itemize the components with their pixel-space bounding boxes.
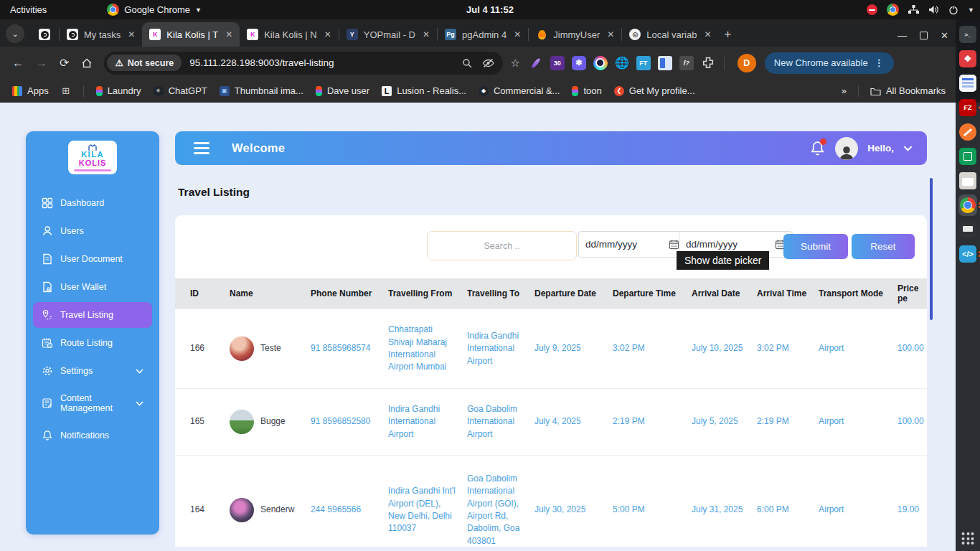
- dock-writer-icon[interactable]: [958, 74, 977, 93]
- submit-button[interactable]: Submit: [783, 234, 848, 259]
- bell-icon: [42, 430, 53, 441]
- reset-button[interactable]: Reset: [852, 234, 915, 259]
- account-chevron-icon[interactable]: [903, 146, 913, 151]
- tab-close-icon[interactable]: ✕: [423, 29, 430, 39]
- user-avatar[interactable]: [835, 137, 858, 160]
- sidebar-item-notifications[interactable]: Notifications: [33, 423, 152, 448]
- sidebar-item-user-wallet[interactable]: User Wallet: [33, 274, 152, 300]
- bookmark-star-icon[interactable]: ☆: [510, 57, 519, 70]
- sidebar-item-settings[interactable]: Settings: [33, 358, 152, 384]
- sidebar-item-route-listing[interactable]: Route Listing: [33, 330, 152, 356]
- forward-button[interactable]: →: [36, 57, 47, 70]
- notifications-bell-button[interactable]: [809, 140, 826, 157]
- dock-pencil-icon[interactable]: [958, 123, 977, 141]
- sidebar-item-user-document[interactable]: User Document: [33, 246, 152, 272]
- tab-favicon: K: [247, 29, 258, 40]
- cell-phone: 244 5965566: [311, 504, 388, 516]
- tab-close-icon[interactable]: ✕: [704, 29, 711, 39]
- tab-my-tasks[interactable]: My tasks ✕: [60, 22, 142, 47]
- extension-settings-icon[interactable]: ✻: [572, 56, 586, 70]
- sidebar-item-content-management[interactable]: Content Management: [33, 386, 152, 420]
- power-icon[interactable]: [948, 5, 958, 15]
- tab-close-icon[interactable]: ✕: [607, 29, 614, 39]
- dock-files-icon[interactable]: [958, 171, 977, 190]
- extension-camera-icon[interactable]: [593, 56, 608, 70]
- table-row: 166 Teste 91 8585968574 Chhatrapati Shiv…: [175, 309, 927, 388]
- address-bar[interactable]: ⚠ Not secure 95.111.228.198:9003/travel-…: [104, 52, 503, 75]
- page-scrollbar[interactable]: [930, 178, 933, 320]
- bookmark-commercial[interactable]: ◆Commercial &...: [479, 85, 560, 96]
- tab-yopmail[interactable]: Y YOPmail - D ✕: [339, 22, 437, 47]
- eye-blocked-icon[interactable]: [482, 58, 494, 68]
- browser-menu-icon[interactable]: ⋮: [875, 57, 885, 68]
- dock-screenshot-icon[interactable]: [958, 220, 977, 239]
- volume-icon[interactable]: [928, 5, 939, 14]
- bookmark-toon[interactable]: toon: [572, 85, 601, 96]
- show-applications-button[interactable]: [962, 532, 974, 545]
- security-chip[interactable]: ⚠ Not secure: [107, 55, 182, 71]
- dock-sheets-icon[interactable]: [958, 147, 977, 166]
- calendar-icon[interactable]: [669, 239, 679, 250]
- window-restore-button[interactable]: [920, 32, 928, 39]
- url-text[interactable]: 95.111.228.198:9003/travel-listing: [189, 57, 462, 68]
- cell-travelling-to: Indira Gandhi International Airport: [467, 330, 534, 367]
- pinned-tab[interactable]: [30, 22, 59, 47]
- search-in-page-icon[interactable]: [462, 58, 472, 68]
- bookmark-apps[interactable]: Apps: [12, 85, 49, 96]
- bookmark-get-my-profile[interactable]: ❮Get My profile...: [614, 85, 695, 96]
- tab-jimmyuser[interactable]: JimmyUser ✕: [529, 22, 621, 47]
- window-close-button[interactable]: ✕: [941, 30, 948, 41]
- tab-search-button[interactable]: ⌄: [6, 24, 24, 43]
- tab-close-icon[interactable]: ✕: [514, 29, 521, 39]
- tab-close-icon[interactable]: ✕: [128, 29, 135, 39]
- reload-button[interactable]: ⟳: [60, 56, 69, 70]
- extension-calendar-icon[interactable]: 30: [550, 56, 565, 70]
- update-chrome-button[interactable]: New Chrome available ⋮: [765, 52, 894, 74]
- extension-globe-icon[interactable]: 🌐: [615, 56, 629, 70]
- extension-feather-icon[interactable]: [529, 56, 543, 70]
- sidebar-item-users[interactable]: Users: [33, 218, 152, 244]
- apps-icon: [12, 86, 22, 96]
- cell-id: 164: [190, 504, 230, 516]
- tab-kila-kolis-active[interactable]: K Kila Kolis | T ✕: [142, 22, 240, 47]
- extensions-puzzle-icon[interactable]: [701, 56, 715, 70]
- cell-departure-date: July 4, 2025: [534, 415, 613, 428]
- bookmarks-overflow-chevron[interactable]: »: [842, 85, 847, 96]
- tab-local-variables[interactable]: ◎ Local variab ✕: [622, 22, 718, 47]
- back-button[interactable]: ←: [12, 57, 24, 70]
- home-button[interactable]: [81, 57, 93, 69]
- search-input[interactable]: [427, 231, 577, 260]
- tab-close-icon[interactable]: ✕: [324, 29, 331, 39]
- window-minimize-button[interactable]: —: [897, 30, 907, 41]
- bookmark-thumbnail[interactable]: ▣Thumbnail ima...: [220, 85, 303, 96]
- folder-icon: [870, 87, 881, 95]
- profile-avatar[interactable]: D: [738, 54, 756, 72]
- sidebar-item-dashboard[interactable]: Dashboard: [33, 190, 152, 216]
- dock-vscode-icon[interactable]: </>: [958, 245, 977, 263]
- extension-fonts-icon[interactable]: f?: [679, 56, 694, 70]
- clock[interactable]: Jul 4 11:52: [0, 4, 980, 15]
- dock-merge-icon[interactable]: ❖: [958, 50, 977, 68]
- cell-name: Senderw: [230, 498, 311, 522]
- bookmark-lusion[interactable]: LLusion - Realis...: [382, 85, 466, 96]
- tab-kila-kolis-2[interactable]: K Kila Kolis | N ✕: [240, 22, 339, 47]
- sidebar-item-travel-listing[interactable]: Travel Listing: [33, 302, 152, 328]
- hamburger-menu-button[interactable]: [194, 142, 209, 154]
- dock-terminal-icon[interactable]: >_: [958, 25, 977, 44]
- dock-chrome-icon[interactable]: [958, 196, 977, 215]
- bookmark-chatgpt[interactable]: ✳ChatGPT: [154, 85, 207, 96]
- extension-ft-icon[interactable]: FT: [636, 56, 651, 70]
- bookmark-tiles-button[interactable]: ⊞: [61, 86, 71, 96]
- date-from-input[interactable]: dd/mm/yyyy: [578, 231, 687, 258]
- extension-document-icon[interactable]: [658, 56, 672, 70]
- new-tab-button[interactable]: +: [724, 27, 731, 42]
- tab-close-icon[interactable]: ✕: [225, 29, 232, 39]
- all-bookmarks-button[interactable]: All Bookmarks: [870, 85, 946, 96]
- bookmark-laundry[interactable]: Laundry: [96, 85, 141, 96]
- system-menu-chevron[interactable]: ▼: [968, 6, 974, 14]
- dock-filezilla-icon[interactable]: FZ: [958, 98, 977, 117]
- tab-pgadmin[interactable]: Pg pgAdmin 4 ✕: [438, 22, 528, 47]
- bookmark-dave-user[interactable]: Dave user: [316, 85, 369, 96]
- kila-kolis-logo[interactable]: KILA KOLIS: [68, 141, 117, 174]
- network-icon[interactable]: [908, 5, 919, 14]
